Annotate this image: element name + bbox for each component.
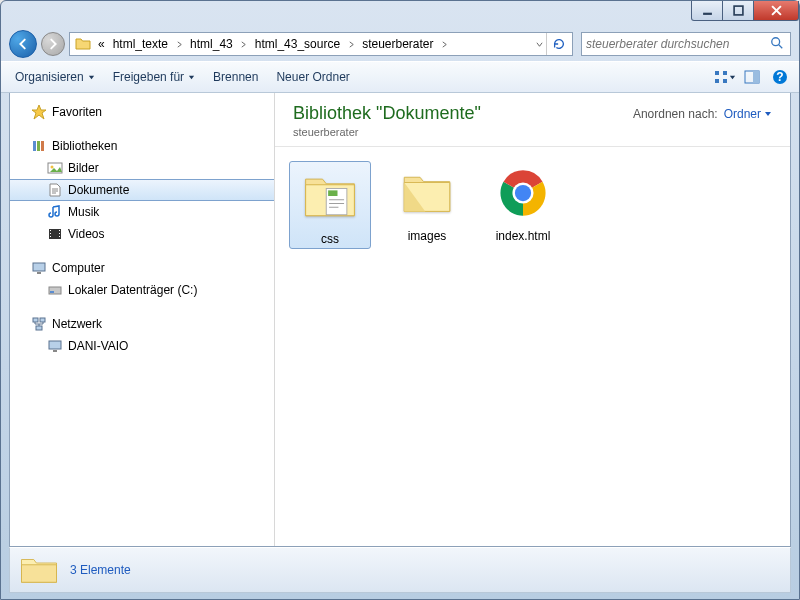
music-icon xyxy=(46,203,64,221)
folder-icon xyxy=(74,35,92,53)
sidebar-network[interactable]: Netzwerk xyxy=(10,313,274,335)
items-area[interactable]: css images xyxy=(275,147,790,546)
folder-icon xyxy=(298,164,362,228)
pictures-icon xyxy=(46,159,64,177)
svg-rect-13 xyxy=(41,141,44,151)
body: Favoriten Bibliotheken Bilder Dokumente xyxy=(9,93,791,547)
chevron-right-icon[interactable] xyxy=(344,33,358,55)
chevron-right-icon[interactable] xyxy=(237,33,251,55)
search-box[interactable] xyxy=(581,32,791,56)
new-folder-button[interactable]: Neuer Ordner xyxy=(268,66,357,88)
chevron-right-icon[interactable] xyxy=(438,33,452,55)
burn-button[interactable]: Brennen xyxy=(205,66,266,88)
refresh-button[interactable] xyxy=(546,33,570,55)
documents-icon xyxy=(46,181,64,199)
svg-rect-1 xyxy=(734,6,743,15)
sidebar-item-documents[interactable]: Dokumente xyxy=(10,179,274,201)
breadcrumb-chevrons[interactable]: « xyxy=(94,33,109,55)
library-title: Bibliothek "Dokumente" xyxy=(293,103,481,124)
svg-rect-18 xyxy=(50,233,51,234)
svg-rect-24 xyxy=(37,272,41,274)
svg-rect-20 xyxy=(59,230,60,231)
statusbar: 3 Elemente xyxy=(9,547,791,593)
svg-rect-30 xyxy=(49,341,61,349)
svg-rect-3 xyxy=(715,71,719,75)
pc-icon xyxy=(46,337,64,355)
star-icon xyxy=(30,103,48,121)
file-item-index[interactable]: index.html xyxy=(483,161,563,243)
sidebar-favorites[interactable]: Favoriten xyxy=(10,101,274,123)
sidebar-item-videos[interactable]: Videos xyxy=(10,223,274,245)
search-icon xyxy=(770,36,786,52)
sidebar-computer[interactable]: Computer xyxy=(10,257,274,279)
close-button[interactable] xyxy=(753,1,799,21)
back-button[interactable] xyxy=(9,30,37,58)
toolbar: Organisieren Freigeben für Brennen Neuer… xyxy=(1,61,799,93)
titlebar xyxy=(1,1,799,27)
svg-rect-12 xyxy=(37,141,40,151)
svg-rect-19 xyxy=(50,236,51,237)
chevron-right-icon[interactable] xyxy=(172,33,186,55)
svg-rect-33 xyxy=(328,190,337,196)
chevron-down-icon xyxy=(764,110,772,118)
maximize-button[interactable] xyxy=(722,1,754,21)
status-text: 3 Elemente xyxy=(70,563,131,577)
chevron-down-icon xyxy=(188,70,195,84)
videos-icon xyxy=(46,225,64,243)
sidebar-item-network-pc[interactable]: DANI-VAIO xyxy=(10,335,274,357)
disk-icon xyxy=(46,281,64,299)
svg-point-2 xyxy=(772,38,780,46)
network-icon xyxy=(30,315,48,333)
content-header: Bibliothek "Dokumente" steuerberater Ano… xyxy=(275,93,790,147)
chrome-icon xyxy=(491,161,555,225)
folder-item-css[interactable]: css xyxy=(289,161,371,249)
sidebar-item-disk[interactable]: Lokaler Datenträger (C:) xyxy=(10,279,274,301)
svg-rect-11 xyxy=(33,141,36,151)
svg-rect-4 xyxy=(723,71,727,75)
svg-point-36 xyxy=(515,185,531,201)
chevron-down-icon xyxy=(88,70,95,84)
folder-icon xyxy=(18,551,60,589)
library-subtitle: steuerberater xyxy=(293,126,481,138)
sidebar: Favoriten Bibliotheken Bilder Dokumente xyxy=(10,93,275,546)
svg-text:?: ? xyxy=(776,70,783,84)
svg-rect-5 xyxy=(715,79,719,83)
folder-item-images[interactable]: images xyxy=(387,161,467,243)
search-input[interactable] xyxy=(586,37,770,51)
dropdown-icon[interactable] xyxy=(532,33,546,55)
organize-button[interactable]: Organisieren xyxy=(7,66,103,88)
svg-rect-0 xyxy=(703,13,712,15)
sidebar-item-music[interactable]: Musik xyxy=(10,201,274,223)
library-icon xyxy=(30,137,48,155)
arrange-by-value[interactable]: Ordner xyxy=(724,107,772,121)
breadcrumb-seg[interactable]: html_texte xyxy=(109,33,172,55)
svg-rect-6 xyxy=(723,79,727,83)
svg-point-15 xyxy=(51,166,54,169)
sidebar-libraries[interactable]: Bibliotheken xyxy=(10,135,274,157)
breadcrumb-seg[interactable]: html_43 xyxy=(186,33,237,55)
svg-rect-17 xyxy=(50,230,51,231)
breadcrumb[interactable]: « html_texte html_43 html_43_source steu… xyxy=(69,32,573,56)
svg-rect-28 xyxy=(40,318,45,322)
minimize-button[interactable] xyxy=(691,1,723,21)
share-button[interactable]: Freigeben für xyxy=(105,66,203,88)
svg-rect-27 xyxy=(33,318,38,322)
arrange-by: Anordnen nach: Ordner xyxy=(633,103,772,121)
svg-rect-23 xyxy=(33,263,45,271)
svg-rect-21 xyxy=(59,233,60,234)
computer-icon xyxy=(30,259,48,277)
svg-rect-26 xyxy=(50,291,54,293)
forward-button[interactable] xyxy=(41,32,65,56)
breadcrumb-seg[interactable]: steuerberater xyxy=(358,33,437,55)
navbar: « html_texte html_43 html_43_source steu… xyxy=(1,27,799,61)
svg-rect-31 xyxy=(53,350,57,352)
view-button[interactable] xyxy=(711,65,737,89)
svg-rect-8 xyxy=(753,71,759,83)
folder-icon xyxy=(395,161,459,225)
svg-rect-22 xyxy=(59,236,60,237)
preview-pane-button[interactable] xyxy=(739,65,765,89)
sidebar-item-pictures[interactable]: Bilder xyxy=(10,157,274,179)
help-button[interactable]: ? xyxy=(767,65,793,89)
svg-rect-29 xyxy=(36,326,42,330)
breadcrumb-seg[interactable]: html_43_source xyxy=(251,33,344,55)
